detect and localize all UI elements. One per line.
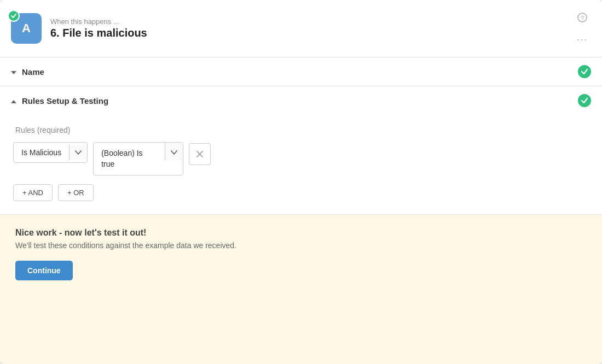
condition-dropdown-text: (Boolean) Is true [94, 143, 165, 175]
rules-section-body: Rules(required) Is Malicious (Boolean) I… [0, 115, 602, 214]
rules-section-toggle-icon [11, 96, 16, 105]
continue-button[interactable]: Continue [15, 261, 73, 280]
name-section-header[interactable]: Name [0, 57, 602, 86]
condition-dropdown[interactable]: (Boolean) Is true [93, 142, 183, 175]
test-title: Nice work - now let's test it out! [15, 228, 587, 238]
rules-section-header[interactable]: Rules Setup & Testing [0, 86, 602, 115]
field-dropdown-arrow-icon [69, 145, 87, 160]
header-title: 6. File is malicious [50, 27, 574, 39]
header-actions: ? ··· [574, 9, 591, 48]
app-container: A When this happens ... 6. File is malic… [0, 0, 602, 364]
name-section-title: Name [22, 67, 578, 77]
field-dropdown-text: Is Malicious [14, 143, 69, 162]
rules-section-check [578, 94, 591, 107]
and-or-row: + AND + OR [13, 184, 589, 201]
condition-dropdown-arrow-icon [165, 143, 183, 160]
test-section: Nice work - now let's test it out! We'll… [0, 215, 602, 364]
rules-row: Is Malicious (Boolean) Is true [13, 142, 589, 175]
help-button[interactable]: ? [574, 9, 591, 26]
rules-section: Rules Setup & Testing Rules(required) Is… [0, 86, 602, 215]
name-section-check [578, 65, 591, 78]
svg-text:?: ? [581, 15, 584, 21]
trigger-icon-wrapper: A [11, 13, 42, 44]
add-and-button[interactable]: + AND [13, 184, 53, 201]
header-text: When this happens ... 6. File is malicio… [50, 17, 574, 39]
add-or-button[interactable]: + OR [58, 184, 94, 201]
more-options-button[interactable]: ··· [574, 31, 591, 48]
name-section-toggle-icon [11, 67, 16, 76]
test-subtitle: We'll test these conditions against the … [15, 241, 587, 250]
rules-label: Rules(required) [13, 126, 589, 134]
check-badge [8, 10, 20, 22]
rules-section-title: Rules Setup & Testing [22, 96, 578, 105]
field-dropdown[interactable]: Is Malicious [13, 142, 88, 163]
name-section: Name [0, 57, 602, 86]
header: A When this happens ... 6. File is malic… [0, 0, 602, 57]
header-subtitle: When this happens ... [50, 17, 574, 26]
delete-rule-button[interactable] [189, 143, 211, 165]
